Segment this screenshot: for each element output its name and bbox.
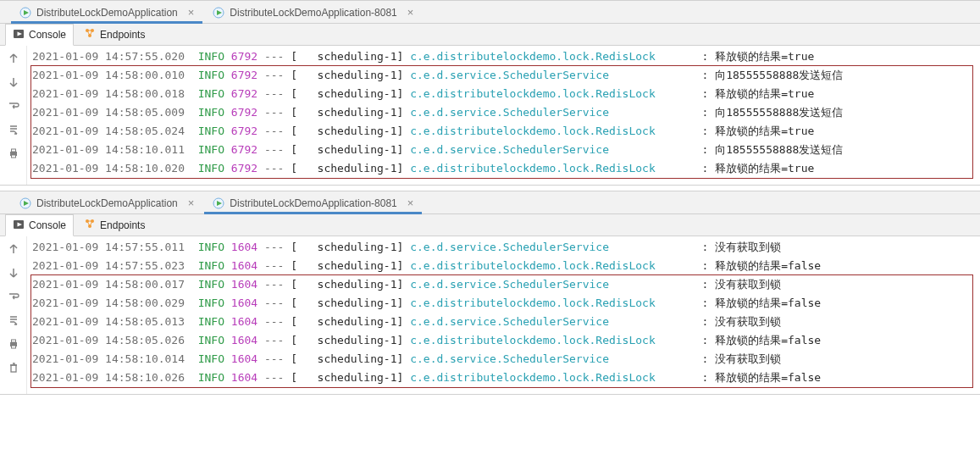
subtab-endpoints[interactable]: Endpoints xyxy=(77,24,152,46)
log-line: 2021-01-09 14:57:55.011 INFO 1604 --- [ … xyxy=(32,238,975,257)
subtab-label: Console xyxy=(29,29,66,41)
run-config-tabs: DistributeLockDemoApplication × Distribu… xyxy=(0,1,980,24)
console-output[interactable]: 2021-01-09 14:57:55.011 INFO 1604 --- [ … xyxy=(27,236,980,394)
close-icon[interactable]: × xyxy=(188,7,195,18)
log-line: 2021-01-09 14:58:00.010 INFO 6792 --- [ … xyxy=(32,66,975,85)
run-pane-top: DistributeLockDemoApplication × Distribu… xyxy=(0,0,980,186)
tab-distributelockdemoapplication-8081[interactable]: DistributeLockDemoApplication-8081 × xyxy=(203,191,423,213)
tab-label: DistributeLockDemoApplication-8081 xyxy=(230,7,396,19)
subtab-label: Endpoints xyxy=(100,29,145,41)
tab-label: DistributeLockDemoApplication-8081 xyxy=(230,197,396,209)
run-icon xyxy=(213,197,224,209)
endpoints-icon xyxy=(84,218,96,232)
log-line: 2021-01-09 14:58:05.026 INFO 1604 --- [ … xyxy=(32,331,975,350)
scroll-up-icon[interactable] xyxy=(6,241,21,257)
run-icon xyxy=(19,7,31,19)
close-icon[interactable]: × xyxy=(188,197,195,208)
close-icon[interactable]: × xyxy=(407,197,414,208)
gutter-toolbar xyxy=(0,236,27,394)
subtab-console[interactable]: Console xyxy=(5,24,74,46)
run-pane-bottom: DistributeLockDemoApplication × Distribu… xyxy=(0,191,980,395)
log-line: 2021-01-09 14:58:00.017 INFO 1604 --- [ … xyxy=(32,275,975,294)
console-icon xyxy=(13,28,25,42)
trash-icon[interactable] xyxy=(6,360,21,375)
log-line: 2021-01-09 14:58:10.011 INFO 6792 --- [ … xyxy=(32,141,975,159)
svg-rect-23 xyxy=(11,346,15,348)
run-config-tabs: DistributeLockDemoApplication × Distribu… xyxy=(0,191,980,214)
console-output[interactable]: 2021-01-09 14:57:55.020 INFO 6792 --- [ … xyxy=(27,46,980,185)
log-line: 2021-01-09 14:58:00.018 INFO 6792 --- [ … xyxy=(32,85,975,103)
log-line: 2021-01-09 14:58:05.024 INFO 6792 --- [ … xyxy=(32,122,975,141)
tab-distributelockdemoapplication-8081[interactable]: DistributeLockDemoApplication-8081 × xyxy=(203,1,423,23)
svg-rect-24 xyxy=(11,365,16,372)
log-line: 2021-01-09 14:58:10.020 INFO 6792 --- [ … xyxy=(32,159,975,178)
log-line: 2021-01-09 14:57:55.023 INFO 1604 --- [ … xyxy=(32,257,975,275)
log-line: 2021-01-09 14:58:10.014 INFO 1604 --- [ … xyxy=(32,350,975,369)
log-line: 2021-01-09 14:57:55.020 INFO 6792 --- [ … xyxy=(32,47,975,66)
scroll-to-end-icon[interactable] xyxy=(6,313,21,328)
tool-tabs: Console Endpoints xyxy=(0,24,980,46)
print-icon[interactable] xyxy=(6,146,21,161)
tab-label: DistributeLockDemoApplication xyxy=(36,7,178,19)
gutter-toolbar xyxy=(0,46,27,185)
console-body: 2021-01-09 14:57:55.020 INFO 6792 --- [ … xyxy=(0,46,980,185)
scroll-up-icon[interactable] xyxy=(6,51,21,66)
tab-distributelockdemoapplication[interactable]: DistributeLockDemoApplication × xyxy=(10,191,203,213)
run-icon xyxy=(213,7,224,19)
subtab-endpoints[interactable]: Endpoints xyxy=(77,214,152,236)
scroll-down-icon[interactable] xyxy=(6,265,21,280)
console-icon xyxy=(13,219,25,233)
subtab-label: Console xyxy=(29,219,66,231)
tool-tabs: Console Endpoints xyxy=(0,214,980,236)
subtab-console[interactable]: Console xyxy=(5,214,74,236)
svg-rect-11 xyxy=(11,155,15,158)
close-icon[interactable]: × xyxy=(407,7,414,18)
log-line: 2021-01-09 14:58:05.013 INFO 1604 --- [ … xyxy=(32,313,975,331)
scroll-to-end-icon[interactable] xyxy=(6,122,21,137)
scroll-down-icon[interactable] xyxy=(6,75,21,90)
console-body: 2021-01-09 14:57:55.011 INFO 1604 --- [ … xyxy=(0,236,980,394)
log-line: 2021-01-09 14:58:05.009 INFO 6792 --- [ … xyxy=(32,103,975,122)
soft-wrap-icon[interactable] xyxy=(6,98,21,114)
log-line: 2021-01-09 14:58:10.026 INFO 1604 --- [ … xyxy=(32,369,975,387)
print-icon[interactable] xyxy=(6,336,21,352)
subtab-label: Endpoints xyxy=(100,219,145,231)
svg-rect-22 xyxy=(11,340,15,342)
log-line: 2021-01-09 14:58:00.029 INFO 1604 --- [ … xyxy=(32,294,975,313)
svg-rect-10 xyxy=(11,149,15,152)
endpoints-icon xyxy=(84,27,96,42)
tab-distributelockdemoapplication[interactable]: DistributeLockDemoApplication × xyxy=(10,1,203,23)
run-icon xyxy=(19,197,31,209)
soft-wrap-icon[interactable] xyxy=(6,289,21,304)
tab-label: DistributeLockDemoApplication xyxy=(36,197,178,209)
